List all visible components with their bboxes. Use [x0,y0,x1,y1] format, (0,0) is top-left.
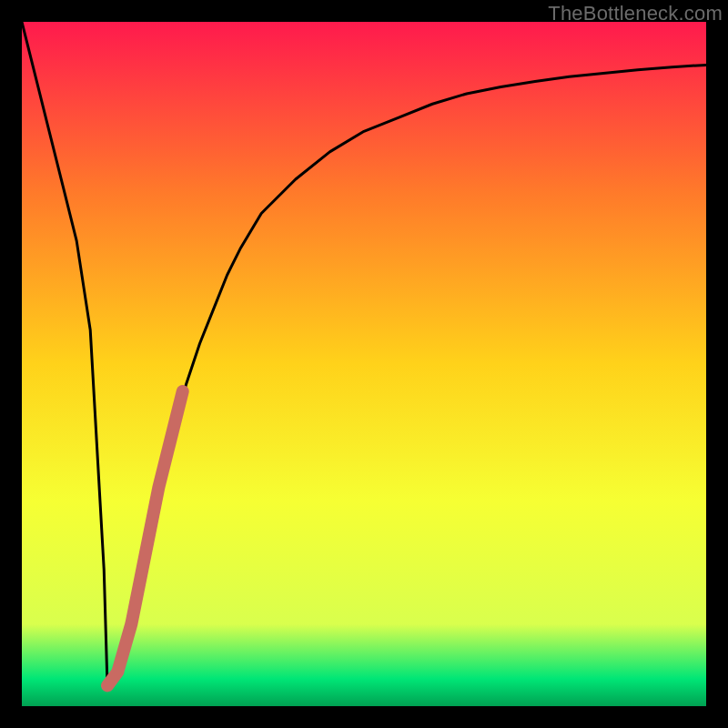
plot-svg [22,22,706,706]
gradient-bg [22,22,706,706]
chart-frame: TheBottleneck.com [0,0,728,728]
plot-area [22,22,706,706]
